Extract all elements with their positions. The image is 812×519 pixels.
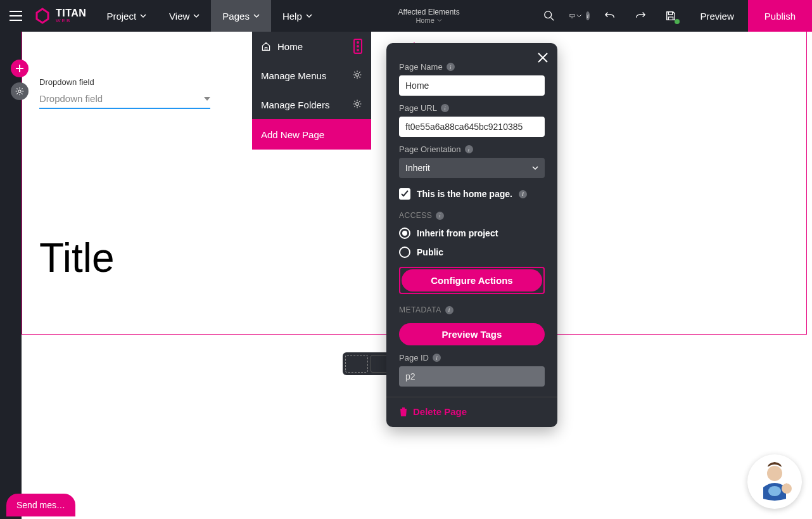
- svg-point-4: [356, 102, 359, 105]
- send-message-button[interactable]: Send mes…: [6, 494, 75, 516]
- plus-icon: [15, 64, 24, 73]
- chevron-down-icon: [140, 13, 146, 19]
- brand-sub: WEB: [56, 18, 86, 23]
- menu-view-label: View: [169, 11, 189, 22]
- info-icon[interactable]: i: [445, 306, 454, 314]
- preview-button[interactable]: Preview: [686, 0, 747, 32]
- title-element[interactable]: Title: [39, 234, 115, 281]
- page-settings-panel: Page Namei Page URLi Page Orientationi I…: [386, 43, 557, 427]
- save-button[interactable]: [656, 0, 686, 32]
- orientation-select[interactable]: Inherit: [399, 158, 545, 178]
- page-url-label: Page URLi: [399, 103, 545, 113]
- pages-item-manage-menus[interactable]: Manage Menus: [252, 61, 371, 90]
- kebab-icon[interactable]: [353, 39, 362, 54]
- help-mascot[interactable]: [747, 454, 802, 509]
- brand-logo[interactable]: TITAN WEB: [32, 8, 95, 24]
- radio-public-label: Public: [417, 247, 443, 257]
- chevron-down-icon: [576, 10, 582, 22]
- orientation-value: Inherit: [405, 163, 430, 173]
- close-button[interactable]: [537, 52, 549, 66]
- access-section-label: ACCESSi: [399, 211, 545, 220]
- menu-help-label: Help: [282, 11, 302, 22]
- publish-label: Publish: [764, 11, 796, 22]
- pages-item-home[interactable]: Home: [252, 32, 371, 61]
- affected-elements[interactable]: Affected Elements Home: [324, 8, 535, 24]
- info-icon[interactable]: i: [519, 190, 527, 198]
- menu-help[interactable]: Help: [271, 0, 324, 32]
- radio-checked: [399, 227, 410, 239]
- pages-item-manage-folders[interactable]: Manage Folders: [252, 90, 371, 119]
- chevron-down-icon: [437, 18, 442, 23]
- brand-name: TITAN: [56, 8, 86, 18]
- preview-tags-button[interactable]: Preview Tags: [399, 323, 545, 345]
- radio-inherit[interactable]: Inherit from project: [399, 227, 545, 239]
- radio-public[interactable]: Public: [399, 247, 545, 258]
- menu-pages[interactable]: Pages: [211, 0, 271, 32]
- radio-unchecked: [399, 247, 410, 258]
- manage-folders-label: Manage Folders: [261, 99, 329, 110]
- chevron-down-icon: [253, 13, 260, 19]
- hamburger-icon: [10, 11, 22, 21]
- chevron-down-icon: [532, 165, 538, 171]
- undo-button[interactable]: [595, 0, 625, 32]
- affected-page: Home: [416, 16, 434, 24]
- gear-icon: [15, 87, 24, 96]
- device-selector[interactable]: i: [564, 0, 595, 32]
- menu-project-label: Project: [106, 11, 136, 22]
- pages-item-home-label: Home: [277, 41, 303, 52]
- page-name-label: Page Namei: [399, 62, 545, 72]
- add-new-page-button[interactable]: Add New Page: [252, 119, 371, 150]
- search-icon: [543, 10, 555, 22]
- redo-button[interactable]: [625, 0, 656, 32]
- page-id-input: [399, 366, 545, 387]
- info-icon[interactable]: i: [441, 104, 449, 112]
- close-icon: [537, 52, 549, 63]
- svg-point-2: [18, 90, 21, 93]
- svg-point-3: [356, 73, 359, 76]
- home-check-label: This is the home page.: [417, 189, 512, 199]
- dropdown-placeholder: Dropdown field: [39, 93, 103, 104]
- menu-pages-label: Pages: [222, 11, 250, 22]
- info-icon[interactable]: i: [447, 63, 455, 71]
- info-icon[interactable]: i: [436, 212, 444, 220]
- configure-actions-button[interactable]: Configure Actions: [402, 269, 542, 292]
- top-toolbar: TITAN WEB Project View Pages Help Affect…: [0, 0, 812, 32]
- svg-rect-1: [570, 14, 574, 16]
- chevron-down-icon: [306, 13, 312, 19]
- publish-button[interactable]: Publish: [748, 0, 812, 32]
- desktop-icon: [569, 10, 575, 22]
- orientation-label: Page Orientationi: [399, 144, 545, 154]
- add-new-page-label: Add New Page: [261, 129, 324, 140]
- section-tool-1[interactable]: [345, 355, 368, 373]
- home-page-checkbox-row[interactable]: This is the home page. i: [399, 188, 545, 200]
- info-icon[interactable]: i: [433, 354, 441, 362]
- menu-project[interactable]: Project: [95, 0, 158, 32]
- gear-icon[interactable]: [352, 70, 362, 82]
- svg-point-0: [545, 11, 552, 18]
- caret-down-icon: [204, 97, 210, 101]
- undo-icon: [604, 10, 616, 22]
- manage-menus-label: Manage Menus: [261, 70, 326, 81]
- hamburger-menu[interactable]: [0, 0, 32, 32]
- affected-label: Affected Elements: [398, 8, 460, 16]
- dropdown-field-element[interactable]: Dropdown field Dropdown field: [39, 77, 210, 109]
- radio-inherit-label: Inherit from project: [417, 228, 498, 238]
- svg-point-5: [767, 466, 782, 481]
- menu-view[interactable]: View: [158, 0, 211, 32]
- divider: [386, 397, 557, 397]
- delete-page-label: Delete Page: [413, 406, 467, 417]
- mascot-icon: [754, 461, 796, 503]
- svg-point-6: [768, 486, 781, 496]
- add-element-button[interactable]: [11, 60, 29, 77]
- delete-page-button[interactable]: Delete Page: [399, 406, 545, 417]
- gear-icon[interactable]: [352, 99, 362, 111]
- info-icon[interactable]: i: [465, 145, 473, 153]
- search-button[interactable]: [534, 0, 564, 32]
- logo-icon: [34, 8, 51, 24]
- page-name-input[interactable]: [399, 75, 545, 96]
- page-id-label: Page IDi: [399, 353, 545, 362]
- page-url-input[interactable]: [399, 117, 545, 137]
- rail-settings-button[interactable]: [11, 82, 29, 100]
- checkbox-checked: [399, 188, 410, 200]
- preview-label: Preview: [700, 11, 733, 22]
